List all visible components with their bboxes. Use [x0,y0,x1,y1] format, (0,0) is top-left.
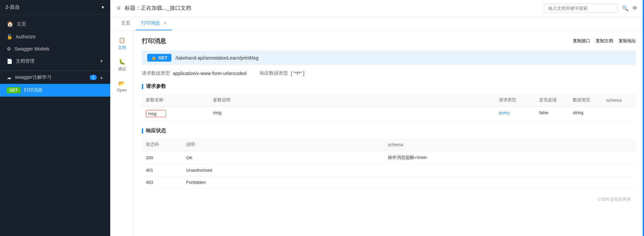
doc-manage-label: 文档管理 [16,58,35,64]
response-type-label: 响应数据类型 [260,70,288,76]
tabs-bar: 主页 打印消息 ✕ [110,17,644,30]
col-status-code: 状态码 [142,138,182,151]
side-panel: 📋 文档 🐛 调试 📂 Open [110,30,134,236]
sidebar-item-swagger-models[interactable]: ⚙ Swagger Models [0,43,110,55]
doc-icon: 📄 [7,59,12,64]
language-button[interactable]: 中 [633,5,637,11]
swagger-models-label: Swagger Models [14,46,49,52]
col-data-type: 数据类型 [569,94,602,107]
status-code-200: 200 [142,151,182,164]
page-title: 标题：正在加载..._接口文档 [125,5,191,12]
main-header: ≡ 标题：正在加载..._接口文档 🔍 中 [110,0,644,17]
status-code-403: 403 [142,176,182,189]
sidebar-item-home[interactable]: 🏠 主页 [0,18,110,31]
section-indicator [142,84,143,89]
doc-panel-icon: 📋 [119,37,125,43]
main-content: ≡ 标题：正在加载..._接口文档 🔍 中 主页 打印消息 ✕ 📋 文档 🐛 [110,0,644,236]
endpoint-bar: 🔒 GET /takehand-api/annotationLearn/prin… [142,50,636,65]
col-param-desc: 参数说明 [209,94,495,107]
response-section-title: 响应状态 [146,128,166,134]
api-detail-title-text: 打印消息 [142,37,166,45]
col-param-name: 参数名称 [142,94,209,107]
sidebar-item-doc-manage[interactable]: 📄 文档管理 ▼ [0,55,110,68]
footer-credit: CSDN @我是男神 [142,195,636,204]
swagger-section-label: swagger注解学习 [15,74,51,80]
debug-panel-icon: 🐛 [119,59,125,65]
col-status-schema: schema [384,138,636,151]
tab-close-icon[interactable]: ✕ [163,21,167,26]
status-code-401: 401 [142,164,182,176]
chevron-down-icon: ▼ [101,5,105,10]
authorize-label: Authorize [16,34,36,39]
sidebar-header: 2-后台 ▼ [0,0,110,15]
search-input[interactable] [544,4,618,13]
copy-api-button[interactable]: 复制接口 [573,38,590,44]
side-panel-doc[interactable]: 📋 文档 [115,34,129,53]
request-params-section: 请求参数 参数名称 参数说明 请求类型 [142,83,636,121]
side-panel-open[interactable]: 📂 Open [114,77,129,95]
expand-icon: ▲ [99,75,104,80]
params-table: 参数名称 参数说明 请求类型 是否必须 [142,94,636,121]
home-label: 主页 [17,21,26,27]
side-panel-debug[interactable]: 🐛 调试 [115,56,129,75]
tab-home[interactable]: 主页 [116,17,136,30]
tab-print-msg[interactable]: 打印消息 ✕ [136,17,172,30]
response-type-value: [ "*/*" ] [291,71,304,76]
method-badge: GET [7,87,21,93]
sidebar: 2-后台 ▼ 🏠 主页 🔓 Authorize ⚙ Swagger Models… [0,0,110,236]
request-type-label: 请求数据类型 [142,70,170,76]
copy-doc-button[interactable]: 复制文档 [596,38,613,44]
chevron-right-icon: ▼ [99,59,104,64]
lock-icon: 🔓 [7,34,12,39]
api-detail-panel: 打印消息 复制接口 复制文档 复制地址 🔒 GET /takehand-api/… [134,30,644,236]
project-dropdown[interactable]: 2-后台 ▼ [5,4,105,10]
response-status-section: 响应状态 状态码 说明 schema [142,128,636,189]
status-schema-403 [384,176,636,189]
param-name-cell: msg [142,107,209,121]
swagger-section-header[interactable]: ☁ swagger注解学习 1 ▲ [0,71,110,84]
lock-endpoint-icon: 🔒 [151,56,156,60]
search-button[interactable]: 🔍 [622,5,629,11]
right-accent-bar [643,0,644,236]
param-required-cell: false [535,107,569,121]
sidebar-api-item[interactable]: GET 打印消息 [0,84,110,97]
param-desc-cell: msg [209,107,495,121]
status-schema-200: 操作消息提醒«Void» [384,151,636,164]
sidebar-item-authorize[interactable]: 🔓 Authorize [0,31,110,43]
swagger-section: ☁ swagger注解学习 1 ▲ GET 打印消息 [0,71,110,97]
col-required: 是否必须 [535,94,569,107]
cloud-icon: ☁ [7,75,11,80]
status-table: 状态码 说明 schema 200 [142,138,636,189]
project-name: 2-后台 [5,4,20,10]
col-request-type: 请求类型 [495,94,535,107]
api-detail-title-row: 打印消息 复制接口 复制文档 复制地址 [142,37,636,45]
param-name-value: msg [146,110,166,117]
request-type-value: application/x-www-form-urlencoded [173,71,246,76]
param-request-type-cell: query [495,107,535,121]
status-desc-401: Unauthorized [182,164,384,176]
param-request-type-value[interactable]: query [499,110,510,115]
tab-print-msg-label: 打印消息 [141,20,160,26]
status-desc-200: OK [182,151,384,164]
home-icon: 🏠 [7,21,13,27]
menu-icon[interactable]: ≡ [117,5,121,12]
status-desc-403: Forbidden [182,176,384,189]
copy-address-button[interactable]: 复制地址 [618,38,636,44]
api-item-name: 打印消息 [24,87,43,93]
endpoint-url: /takehand-api/annotationLearn/printMsg [175,55,259,61]
table-row: msg msg query false string [142,107,636,121]
api-count-badge: 1 [90,75,97,80]
table-row: 403 Forbidden [142,176,636,189]
response-section-indicator [142,128,143,134]
get-method-label: GET [158,55,167,60]
status-schema-401 [384,164,636,176]
param-data-type-cell: string [569,107,602,121]
tab-home-label: 主页 [121,20,130,26]
doc-panel-label: 文档 [118,45,126,50]
open-panel-label: Open [117,88,127,93]
debug-panel-label: 调试 [118,66,126,72]
param-schema-cell [602,107,636,121]
sidebar-nav: 🏠 主页 🔓 Authorize ⚙ Swagger Models 📄 文档管理… [0,15,110,71]
table-row: 200 OK 操作消息提醒«Void» [142,151,636,164]
col-schema: schema [602,94,636,107]
